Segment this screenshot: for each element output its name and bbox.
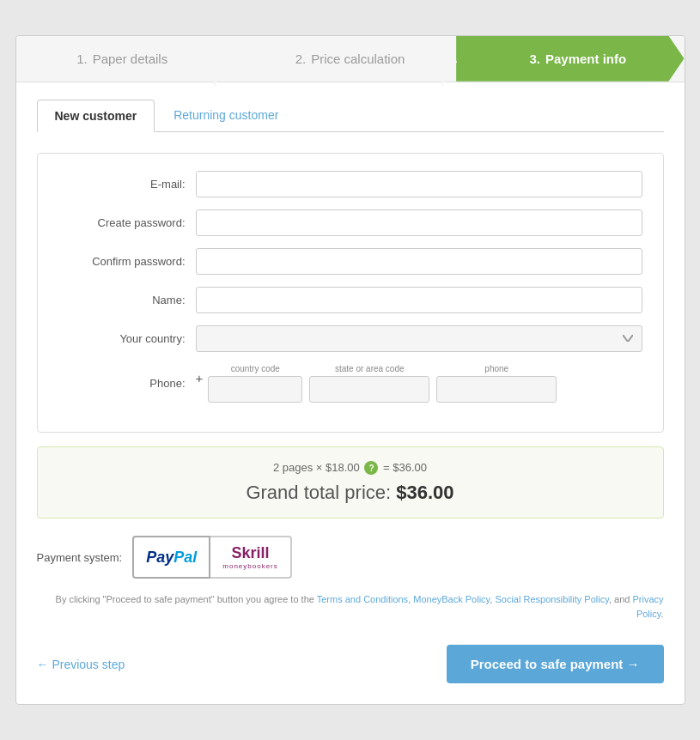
- stepper: 1. Paper details 2. Price calculation 3.…: [16, 36, 685, 82]
- paypal-logo: PayPal: [146, 549, 197, 567]
- prev-step-button[interactable]: ← Previous step: [37, 658, 125, 671]
- confirm-password-label: Confirm password:: [58, 255, 196, 268]
- step2-label: Price calculation: [311, 52, 405, 66]
- price-calc-line: 2 pages × $18.00 ? = $36.00: [58, 461, 642, 476]
- step3-label: Payment info: [545, 52, 626, 66]
- grand-total-amount: $36.00: [396, 482, 453, 503]
- step-price-calculation[interactable]: 2. Price calculation: [228, 36, 456, 82]
- name-field[interactable]: [196, 287, 642, 313]
- payment-system-row: Payment system: PayPal Skrill moneybooke…: [37, 536, 664, 579]
- grand-total-line: Grand total price: $36.00: [58, 482, 642, 504]
- step-payment-info[interactable]: 3. Payment info: [456, 36, 684, 82]
- step3-num: 3.: [529, 52, 540, 66]
- name-label: Name:: [58, 294, 196, 306]
- confirm-password-field[interactable]: [196, 248, 642, 275]
- phone-plus-sign: +: [196, 364, 204, 385]
- help-icon[interactable]: ?: [364, 461, 378, 475]
- phone-number-input[interactable]: [436, 376, 557, 403]
- skrill-option[interactable]: Skrill moneybookers: [210, 536, 291, 579]
- new-customer-form: E-mail: Create password: Confirm passwor…: [37, 153, 664, 433]
- tab-returning-customer[interactable]: Returning customer: [156, 100, 295, 131]
- privacy-link[interactable]: Privacy Policy: [632, 594, 663, 619]
- password-label: Create password:: [58, 216, 196, 229]
- email-field[interactable]: [196, 171, 642, 197]
- step2-num: 2.: [295, 52, 307, 66]
- password-field[interactable]: [196, 209, 642, 236]
- state-code-sublabel: state or area code: [335, 364, 405, 373]
- main-container: 1. Paper details 2. Price calculation 3.…: [15, 35, 685, 706]
- email-label: E-mail:: [58, 178, 196, 191]
- country-select[interactable]: United States United Kingdom Canada Aust…: [196, 325, 642, 352]
- country-code-input[interactable]: [208, 376, 302, 403]
- step1-label: Paper details: [93, 52, 168, 66]
- phone-row: Phone: + country code state or area code: [58, 364, 642, 403]
- payment-options: PayPal Skrill moneybookers: [132, 536, 292, 579]
- calc-prefix: 2 pages × $18.00: [273, 461, 360, 474]
- terms-text: By clicking "Proceed to safe payment" bu…: [37, 592, 664, 621]
- password-row: Create password:: [58, 209, 642, 236]
- confirm-password-row: Confirm password:: [58, 248, 642, 275]
- state-code-input[interactable]: [309, 376, 429, 403]
- customer-tabs: New customer Returning customer: [37, 100, 664, 132]
- tab-new-customer[interactable]: New customer: [37, 100, 155, 132]
- country-row: Your country: United States United Kingd…: [58, 325, 642, 352]
- social-link[interactable]: Social Responsibility Policy: [495, 594, 608, 604]
- phone-label: Phone:: [58, 377, 196, 390]
- step1-num: 1.: [76, 52, 88, 66]
- state-code-wrap: state or area code: [309, 364, 429, 403]
- grand-total-label: Grand total price:: [246, 482, 391, 503]
- moneyback-link[interactable]: MoneyBack Policy: [413, 594, 490, 604]
- step-paper-details[interactable]: 1. Paper details: [16, 36, 228, 82]
- paypal-option[interactable]: PayPal: [132, 536, 210, 579]
- phone-number-wrap: phone: [436, 364, 557, 403]
- proceed-button[interactable]: Proceed to safe payment →: [447, 645, 664, 683]
- country-code-wrap: country code: [208, 364, 302, 403]
- skrill-logo: Skrill moneybookers: [222, 544, 277, 570]
- calc-suffix: = $36.00: [383, 461, 427, 474]
- country-code-sublabel: country code: [231, 364, 280, 373]
- phone-subgroup: country code state or area code phone: [208, 364, 642, 403]
- country-label: Your country:: [58, 332, 196, 345]
- footer-actions: ← Previous step Proceed to safe payment …: [37, 638, 664, 683]
- payment-system-label: Payment system:: [37, 551, 123, 564]
- terms-link[interactable]: Terms and Conditions: [317, 594, 408, 604]
- phone-group: + country code state or area code phone: [196, 364, 642, 403]
- phone-sublabel: phone: [484, 364, 508, 373]
- main-content: New customer Returning customer E-mail: …: [16, 82, 685, 705]
- terms-prefix: By clicking "Proceed to safe payment" bu…: [56, 594, 314, 604]
- name-row: Name:: [58, 287, 642, 313]
- email-row: E-mail:: [58, 171, 642, 197]
- price-summary: 2 pages × $18.00 ? = $36.00 Grand total …: [37, 446, 664, 519]
